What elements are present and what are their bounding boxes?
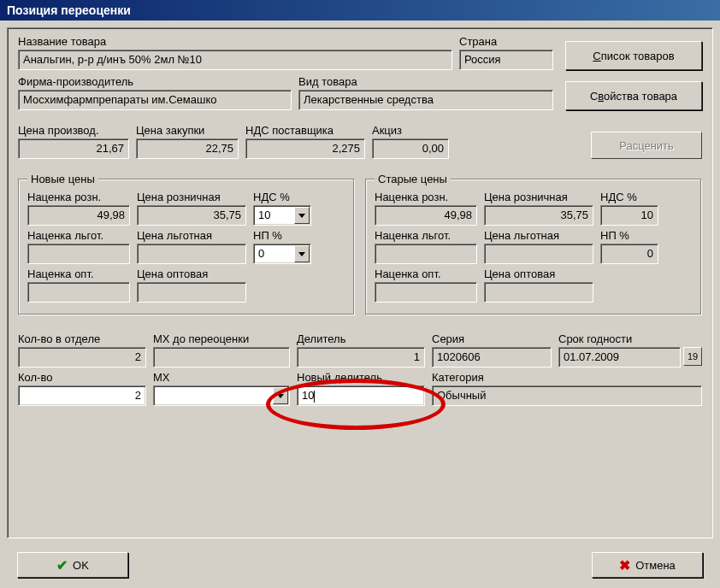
np-vat-select[interactable]: 10 [253, 205, 311, 226]
op-np: 0 [600, 244, 658, 264]
excise-label: Акциз [372, 124, 449, 137]
op-vat-label: НДС % [600, 191, 658, 203]
expiry-label: Срок годности [558, 332, 702, 345]
product-props-button[interactable]: Свойства товара [565, 81, 702, 110]
window: Позиция переоценки Название товара Аналь… [0, 0, 720, 588]
mh-label: МХ [153, 371, 290, 384]
manufacturer-field[interactable]: Мосхимфармпрепараты им.Семашко [18, 90, 292, 110]
product-name-field[interactable]: Анальгин, р-р д/инъ 50% 2мл №10 [18, 50, 452, 70]
op-whole [484, 282, 593, 303]
main-panel: Название товара Анальгин, р-р д/инъ 50% … [7, 27, 713, 538]
op-markup-retail-label: Наценка розн. [375, 191, 477, 203]
product-name-label: Название товара [18, 35, 452, 48]
old-prices-legend: Старые цены [375, 173, 451, 185]
category-field[interactable]: Обычный [432, 385, 702, 406]
product-type-label: Вид товара [298, 75, 553, 88]
cancel-button[interactable]: ✖ Отмена [592, 552, 703, 578]
new-divider-label: Новый делитель [297, 371, 425, 384]
op-pref-label: Цена льготная [484, 229, 593, 242]
op-np-label: НП % [600, 229, 658, 242]
window-title: Позиция переоценки [7, 3, 131, 17]
op-retail-label: Цена розничная [484, 191, 593, 203]
np-np-select[interactable]: 0 [253, 244, 311, 264]
mh-before-label: МХ до переоценки [153, 332, 290, 345]
old-prices-group: Старые цены Наценка розн. 49,98 Цена роз… [365, 173, 702, 315]
country-label: Страна [459, 35, 553, 48]
new-divider-field[interactable]: 10 [297, 385, 425, 406]
divider-field[interactable]: 1 [297, 347, 425, 368]
np-markup-whole[interactable] [27, 282, 130, 303]
op-whole-label: Цена оптовая [484, 268, 593, 280]
np-markup-pref-label: Наценка льгот. [27, 229, 130, 242]
op-retail: 35,75 [484, 205, 593, 226]
np-retail[interactable]: 35,75 [137, 205, 246, 226]
op-markup-pref [375, 244, 477, 264]
op-markup-whole [375, 282, 477, 303]
vat-supplier-field[interactable]: 2,275 [245, 138, 365, 159]
np-pref[interactable] [137, 244, 246, 264]
np-whole[interactable] [137, 282, 246, 303]
ok-button[interactable]: ✔ OK [17, 552, 128, 578]
product-list-button[interactable]: Список товаров [565, 41, 702, 70]
price-purch-label: Цена закупки [136, 124, 239, 137]
op-markup-whole-label: Наценка опт. [375, 268, 477, 280]
calendar-icon[interactable]: 19 [683, 347, 702, 366]
new-prices-group: Новые цены Наценка розн. 49,98 Цена розн… [18, 173, 355, 315]
np-vat-label: НДС % [253, 191, 311, 203]
qty-dept-field[interactable]: 2 [18, 347, 146, 368]
titlebar: Позиция переоценки [0, 0, 720, 21]
chevron-down-icon[interactable] [273, 387, 288, 404]
manufacturer-label: Фирма-производитель [18, 75, 292, 88]
np-markup-retail[interactable]: 49,98 [27, 205, 130, 226]
price-prod-field[interactable]: 21,67 [18, 138, 129, 159]
np-np-label: НП % [253, 229, 311, 242]
np-markup-whole-label: Наценка опт. [27, 268, 130, 280]
chevron-down-icon[interactable] [294, 245, 310, 262]
expiry-field[interactable]: 01.07.2009 [558, 347, 681, 368]
series-label: Серия [432, 332, 552, 345]
op-pref [484, 244, 593, 264]
product-type-field[interactable]: Лекарственные средства [298, 90, 553, 110]
vat-supplier-label: НДС поставщика [245, 124, 365, 137]
series-field[interactable]: 1020606 [432, 347, 552, 368]
np-markup-retail-label: Наценка розн. [27, 191, 130, 203]
divider-label: Делитель [297, 332, 425, 345]
category-label: Категория [432, 371, 702, 384]
qty-label: Кол-во [18, 371, 146, 384]
rate-button: Расценить [591, 132, 702, 159]
close-icon: ✖ [619, 557, 630, 573]
excise-field[interactable]: 0,00 [372, 138, 449, 159]
mh-select[interactable] [153, 385, 290, 406]
country-field[interactable]: Россия [459, 50, 553, 70]
chevron-down-icon[interactable] [294, 207, 310, 224]
op-vat: 10 [600, 205, 658, 226]
qty-field[interactable]: 2 [18, 385, 146, 406]
price-purch-field[interactable]: 22,75 [136, 138, 239, 159]
qty-dept-label: Кол-во в отделе [18, 332, 146, 345]
np-pref-label: Цена льготная [137, 229, 246, 242]
op-markup-pref-label: Наценка льгот. [375, 229, 477, 242]
op-markup-retail: 49,98 [375, 205, 477, 226]
mh-before-field[interactable] [153, 347, 290, 368]
new-prices-legend: Новые цены [27, 173, 98, 185]
np-whole-label: Цена оптовая [137, 268, 246, 280]
check-icon: ✔ [56, 557, 68, 573]
bottom-bar: ✔ OK ✖ Отмена [0, 545, 720, 588]
np-markup-pref[interactable] [27, 244, 130, 264]
price-prod-label: Цена производ. [18, 124, 129, 137]
np-retail-label: Цена розничная [137, 191, 246, 203]
